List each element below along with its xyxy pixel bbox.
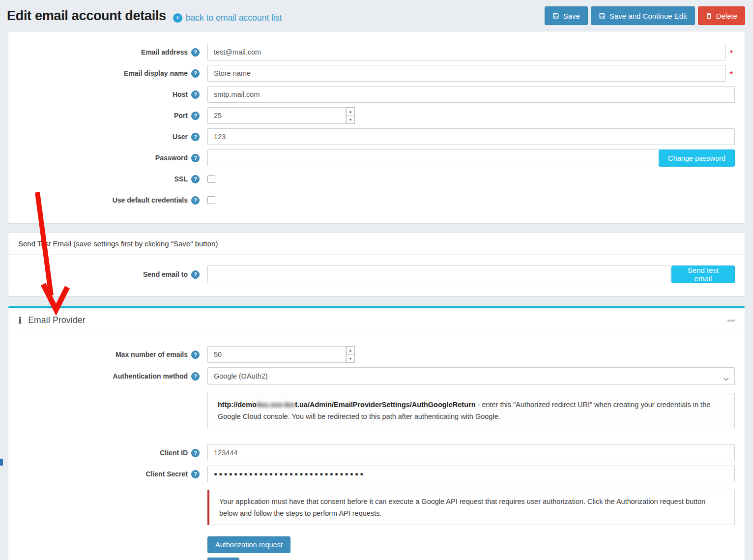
- help-icon[interactable]: ?: [191, 470, 200, 478]
- help-icon[interactable]: ?: [191, 175, 200, 183]
- spinner-down-button[interactable]: ▼: [346, 116, 355, 124]
- required-asterisk: *: [730, 69, 735, 78]
- client-secret-input[interactable]: [207, 466, 735, 482]
- help-icon[interactable]: ?: [191, 112, 200, 120]
- send-email-to-label: Send email to: [143, 270, 188, 278]
- client-id-row: Client ID ?: [16, 444, 735, 461]
- help-icon[interactable]: ?: [191, 48, 200, 57]
- help-icon[interactable]: ?: [191, 270, 200, 279]
- back-link-wrap[interactable]: ‹ back to email account list: [173, 13, 282, 23]
- send-email-to-input[interactable]: [207, 265, 670, 283]
- floppy-icon: [552, 12, 559, 19]
- provider-save-button[interactable]: Save: [207, 558, 239, 560]
- host-label: Host: [173, 90, 188, 98]
- help-icon[interactable]: ?: [191, 351, 200, 359]
- save-button-label: Save: [563, 12, 580, 20]
- floppy-icon: [599, 12, 606, 19]
- redirect-url-prefix: http://demo: [218, 401, 257, 409]
- client-id-input[interactable]: [207, 444, 735, 461]
- user-label: User: [173, 133, 188, 141]
- client-secret-label: Client Secret: [145, 470, 188, 478]
- send-test-email-button[interactable]: Send test email: [671, 265, 735, 283]
- help-icon[interactable]: ?: [191, 449, 200, 457]
- spinner-down-button[interactable]: ▼: [346, 355, 355, 363]
- redirect-url-suffix: t.ua/Admin/EmailProviderSettings/AuthGoo…: [295, 401, 475, 409]
- client-id-label: Client ID: [160, 449, 188, 457]
- delete-button-label: Delete: [716, 12, 737, 20]
- redirect-url-redacted: 4xx.xxs-tes: [257, 401, 295, 409]
- help-icon[interactable]: ?: [191, 133, 200, 141]
- help-icon[interactable]: ?: [191, 196, 200, 205]
- consent-warning: Your application must have that consent …: [207, 490, 735, 525]
- port-label: Port: [174, 112, 188, 119]
- max-emails-spinner: ▲ ▼: [346, 346, 355, 363]
- use-default-credentials-row: Use default credentials ?: [16, 192, 735, 208]
- page-title: Edit email account details: [7, 8, 166, 24]
- port-input[interactable]: [207, 107, 346, 124]
- user-row: User ?: [16, 128, 735, 145]
- email-provider-panel: i Email Provider Max number of emails ? …: [8, 306, 745, 560]
- auth-method-select[interactable]: Google (OAuth2): [207, 367, 735, 385]
- email-address-label: Email address: [141, 48, 188, 56]
- save-continue-label: Save and Continue Edit: [609, 12, 687, 20]
- email-account-panel: Email address ? * Email display name ? *…: [8, 31, 745, 224]
- port-row: Port ? ▲ ▼: [16, 107, 735, 124]
- host-row: Host ?: [16, 86, 735, 103]
- client-secret-row: Client Secret ?: [16, 466, 735, 482]
- password-row: Password ? Change password: [16, 149, 735, 166]
- save-button[interactable]: Save: [545, 6, 588, 25]
- back-to-list-link[interactable]: back to email account list: [186, 13, 282, 23]
- email-display-name-label: Email display name: [124, 69, 188, 77]
- edge-blue-tab: [0, 459, 3, 466]
- email-provider-title: Email Provider: [28, 315, 86, 325]
- password-label: Password: [155, 154, 188, 162]
- trash-icon: [706, 12, 712, 19]
- use-default-credentials-checkbox[interactable]: [207, 196, 215, 204]
- header-buttons: Save Save and Continue Edit Delete: [545, 6, 745, 25]
- save-continue-button[interactable]: Save and Continue Edit: [591, 6, 695, 25]
- redirect-info-row: http://demo4xx.xxs-test.ua/Admin/EmailPr…: [16, 389, 735, 440]
- send-email-to-row: Send email to ? Send test email: [16, 265, 735, 283]
- consent-warning-row: Your application must have that consent …: [16, 487, 735, 525]
- spinner-up-button[interactable]: ▲: [346, 346, 355, 355]
- auth-method-label: Authentication method: [113, 372, 188, 380]
- email-display-name-input[interactable]: [207, 65, 726, 82]
- spinner-up-button[interactable]: ▲: [346, 107, 355, 116]
- auth-method-row: Authentication method ? Google (OAuth2): [16, 367, 735, 385]
- send-test-email-panel: Send Test Email (save settings first by …: [8, 232, 745, 296]
- use-default-credentials-label: Use default credentials: [113, 196, 188, 204]
- max-emails-row: Max number of emails ? ▲ ▼: [16, 346, 735, 363]
- help-icon[interactable]: ?: [191, 90, 200, 99]
- delete-button[interactable]: Delete: [698, 6, 745, 25]
- user-input[interactable]: [207, 128, 735, 145]
- change-password-button[interactable]: Change password: [659, 149, 735, 167]
- email-display-name-row: Email display name ? *: [16, 65, 735, 82]
- max-emails-label: Max number of emails: [116, 351, 188, 358]
- host-input[interactable]: [207, 86, 735, 103]
- send-test-email-header: Send Test Email (save settings first by …: [8, 233, 745, 255]
- help-icon[interactable]: ?: [191, 372, 200, 381]
- page-header: Edit email account details ‹ back to ema…: [0, 0, 753, 30]
- email-address-row: Email address ? *: [16, 44, 735, 60]
- collapse-icon[interactable]: [727, 320, 735, 322]
- help-icon[interactable]: ?: [191, 154, 200, 162]
- info-icon: i: [18, 316, 22, 325]
- required-asterisk: *: [730, 48, 735, 57]
- redirect-uri-note: http://demo4xx.xxs-test.ua/Admin/EmailPr…: [207, 393, 735, 428]
- ssl-row: SSL ?: [16, 171, 735, 187]
- max-emails-input[interactable]: [207, 346, 346, 363]
- authorization-request-button[interactable]: Authorization request: [207, 536, 290, 553]
- password-input[interactable]: [207, 149, 735, 166]
- help-icon[interactable]: ?: [191, 69, 200, 78]
- email-address-input[interactable]: [207, 44, 726, 60]
- port-spinner: ▲ ▼: [346, 107, 355, 124]
- back-arrow-icon: ‹: [173, 13, 182, 23]
- ssl-checkbox[interactable]: [207, 175, 215, 183]
- ssl-label: SSL: [174, 175, 188, 183]
